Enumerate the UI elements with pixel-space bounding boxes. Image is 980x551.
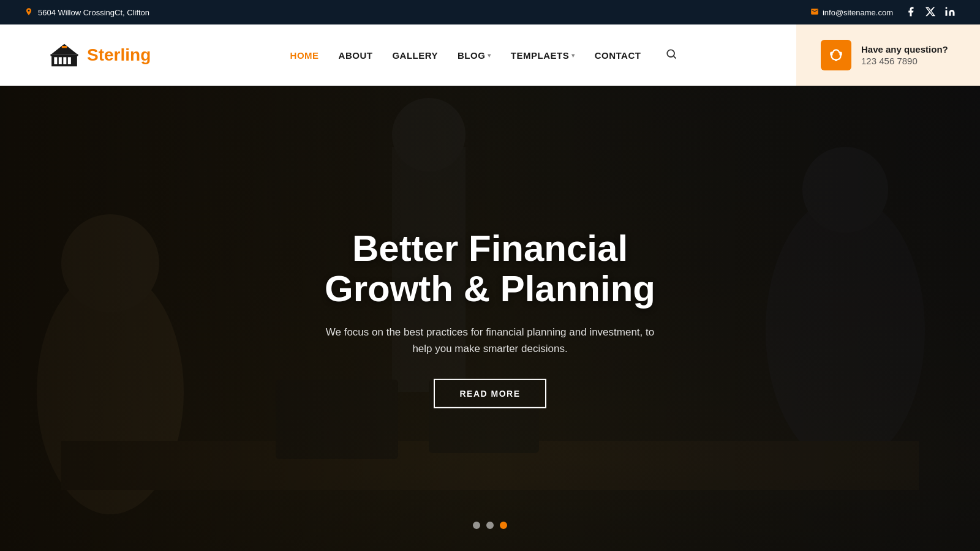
contact-question: Have any question?	[861, 44, 948, 54]
top-bar-right: info@sitename.com	[810, 6, 956, 19]
nav-home[interactable]: HOME	[290, 50, 319, 61]
linkedin-icon[interactable]	[944, 6, 956, 19]
svg-rect-6	[51, 54, 78, 56]
slider-dot-2[interactable]	[486, 522, 494, 529]
contact-info: Have any question? 123 456 7890	[861, 44, 948, 66]
email-icon	[810, 7, 819, 18]
hero-cta-button[interactable]: READ MORE	[434, 379, 546, 408]
svg-point-9	[668, 50, 675, 57]
hero-title: Better Financial Growth & Planning	[276, 228, 704, 309]
slider-dot-1[interactable]	[473, 522, 480, 529]
x-twitter-icon[interactable]	[925, 6, 936, 19]
nav-gallery[interactable]: GALLERY	[392, 50, 438, 61]
svg-rect-2	[54, 57, 57, 64]
logo-text: Sterling	[87, 45, 151, 65]
nav-blog[interactable]: BLOG ▾	[458, 50, 491, 61]
hero-content: Better Financial Growth & Planning We fo…	[276, 228, 704, 408]
search-icon[interactable]	[665, 48, 677, 63]
slider-dot-3[interactable]	[500, 522, 507, 529]
facebook-icon[interactable]	[905, 6, 916, 19]
social-icons	[905, 6, 956, 19]
svg-point-0	[946, 7, 948, 9]
slider-dots	[473, 522, 507, 529]
top-bar: 5604 Willow CrossingCt, Clifton info@sit…	[0, 0, 980, 24]
address-text: 5604 Willow CrossingCt, Clifton	[38, 8, 149, 17]
svg-line-10	[674, 56, 676, 58]
chevron-down-icon: ▾	[571, 52, 575, 59]
svg-rect-5	[68, 57, 71, 64]
nav-contact[interactable]: CONTACT	[595, 50, 641, 61]
logo-icon	[49, 40, 80, 70]
svg-marker-7	[51, 44, 77, 54]
email-text: info@sitename.com	[823, 8, 893, 17]
main-nav: HOME ABOUT GALLERY BLOG ▾ TEMPLAETS ▾ CO…	[172, 48, 796, 63]
nav-templaets[interactable]: TEMPLAETS ▾	[511, 50, 575, 61]
hero-subtitle: We focus on the best practices for finan…	[325, 324, 655, 357]
header: Sterling HOME ABOUT GALLERY BLOG ▾ TEMPL…	[0, 24, 980, 86]
svg-rect-4	[63, 57, 66, 64]
phone-icon-box	[821, 40, 851, 70]
email-section: info@sitename.com	[810, 7, 893, 18]
pin-icon	[24, 7, 33, 18]
contact-number: 123 456 7890	[861, 56, 948, 66]
header-contact-section: Have any question? 123 456 7890	[796, 24, 980, 86]
svg-rect-8	[62, 46, 67, 48]
top-bar-address: 5604 Willow CrossingCt, Clifton	[24, 7, 149, 18]
svg-rect-13	[835, 60, 837, 61]
chevron-down-icon: ▾	[488, 52, 491, 59]
hero-section: Better Financial Growth & Planning We fo…	[0, 86, 980, 551]
svg-rect-3	[59, 57, 62, 64]
nav-about[interactable]: ABOUT	[339, 50, 373, 61]
logo-area: Sterling	[0, 40, 172, 70]
